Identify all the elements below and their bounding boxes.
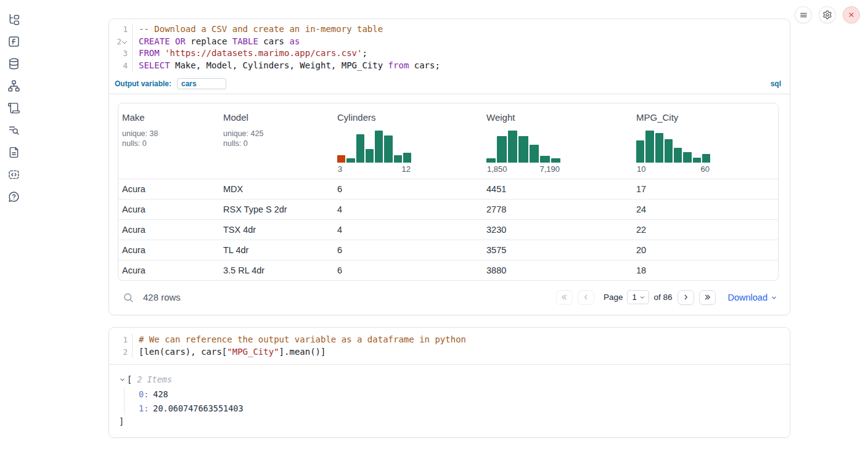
histogram-bar — [655, 133, 663, 163]
previous-page-button[interactable] — [578, 290, 594, 305]
tree-entry-value: 20.060747663551403 — [153, 403, 243, 413]
table-cell: Acura — [118, 265, 219, 275]
settings-button[interactable] — [819, 6, 836, 23]
dependency-graph-icon[interactable] — [7, 79, 20, 92]
datasources-icon[interactable] — [7, 57, 20, 70]
code-line[interactable]: 2[len(cars), cars["MPG_City"].mean()] — [109, 346, 790, 358]
column-histogram[interactable]: 1060 — [636, 131, 774, 174]
table-row: AcuraTSX 4dr4323022 — [118, 219, 778, 240]
chevrons-left-icon — [560, 293, 568, 301]
python-output: [ 2 Items 0:4281:20.060747663551403 ] — [109, 365, 790, 437]
table-cell: 6 — [334, 184, 483, 194]
page-total-label: of 86 — [653, 293, 672, 302]
histogram-bar — [346, 158, 354, 163]
histogram-bar — [486, 158, 496, 163]
axis-max-label: 12 — [402, 164, 411, 174]
sidebar — [0, 0, 27, 449]
code-line[interactable]: 3FROM 'https://datasets.marimo.app/cars.… — [109, 47, 790, 60]
table-cell: 17 — [633, 184, 778, 194]
histogram-bar — [702, 154, 710, 163]
code-token: cars — [258, 36, 290, 46]
code-text: -- Download a CSV and create an in-memor… — [133, 23, 383, 36]
fold-chevron-icon[interactable] — [122, 39, 128, 44]
documentation-icon[interactable] — [7, 146, 20, 159]
column-stat: unique: 38 — [122, 129, 216, 139]
help-icon[interactable] — [7, 190, 20, 203]
histogram-bar — [384, 136, 392, 163]
close-button[interactable] — [843, 6, 860, 23]
gear-icon — [822, 10, 832, 20]
code-line[interactable]: 1-- Download a CSV and create an in-memo… — [109, 23, 790, 36]
line-number-gutter: 2 — [109, 36, 133, 48]
python-cell: 1# We can reference the output variable … — [108, 327, 790, 438]
histogram-bar — [403, 153, 411, 163]
tree-entry-key: 0: — [139, 389, 149, 399]
output-variable-input[interactable] — [177, 78, 226, 89]
sql-code-editor[interactable]: 1-- Download a CSV and create an in-memo… — [109, 19, 790, 76]
axis-min-label: 3 — [338, 164, 342, 174]
menu-icon — [799, 10, 808, 20]
column-header-cylinders[interactable]: Cylinders312 — [334, 103, 483, 179]
code-token: FROM — [139, 48, 160, 58]
first-page-button[interactable] — [556, 290, 573, 305]
column-histogram[interactable]: 312 — [337, 131, 479, 174]
last-page-button[interactable] — [699, 290, 716, 305]
code-token: 'https://datasets.marimo.app/cars.csv' — [165, 48, 362, 58]
column-histogram[interactable]: 1,8507,190 — [486, 131, 629, 174]
column-header-weight[interactable]: Weight1,8507,190 — [483, 103, 633, 179]
histogram-bar — [693, 158, 701, 163]
python-code-editor[interactable]: 1# We can reference the output variable … — [109, 328, 790, 365]
table-cell: Acura — [118, 184, 219, 194]
search-icon[interactable] — [123, 292, 134, 303]
histogram-bar — [508, 131, 517, 163]
logs-icon[interactable] — [7, 124, 20, 137]
items-count-label: 2 Items — [137, 373, 172, 386]
code-token: [len(cars), cars[ — [139, 347, 227, 357]
tree-root: [ 2 Items — [119, 373, 780, 386]
column-header-make[interactable]: Makeunique: 38nulls: 0 — [118, 103, 219, 179]
chevron-down-icon[interactable] — [119, 376, 126, 383]
page-label: Page — [604, 293, 623, 302]
code-line[interactable]: 2CREATE OR replace TABLE cars as — [109, 36, 790, 48]
chevron-down-icon — [771, 294, 777, 301]
menu-button[interactable] — [795, 6, 812, 23]
file-tree-icon[interactable] — [7, 13, 20, 26]
histogram-bars — [486, 131, 560, 163]
table-body: AcuraMDX6445117AcuraRSX Type S 2dr427782… — [118, 179, 778, 280]
line-number-gutter: 2 — [109, 346, 133, 358]
line-number: 2 — [117, 36, 121, 48]
code-token — [160, 48, 165, 58]
histogram-bars — [337, 131, 411, 163]
variables-icon[interactable] — [7, 35, 20, 48]
scratchpad-icon[interactable] — [7, 102, 20, 115]
histogram-bar — [551, 158, 560, 163]
table-cell: TSX 4dr — [219, 225, 334, 235]
table-cell: 3880 — [483, 265, 633, 275]
chevron-right-icon — [682, 293, 690, 301]
download-label: Download — [728, 293, 768, 302]
tree-body: 0:4281:20.060747663551403 — [124, 387, 780, 415]
histogram-bar — [636, 140, 644, 162]
axis-max-label: 7,190 — [539, 164, 560, 174]
output-variable-label: Output variable: — [115, 79, 171, 88]
chevron-left-icon — [582, 293, 590, 301]
histogram-bar — [683, 152, 691, 163]
table-cell: 6 — [334, 265, 483, 275]
line-number-gutter: 1 — [109, 334, 133, 346]
pagination: Page 1 of 86 Download — [551, 290, 777, 305]
column-stat: unique: 425 — [223, 129, 330, 139]
chevrons-right-icon — [703, 293, 711, 301]
code-line[interactable]: 1# We can reference the output variable … — [109, 334, 790, 346]
column-header-mpg_city[interactable]: MPG_City1060 — [633, 103, 778, 179]
column-header-model[interactable]: Modelunique: 425nulls: 0 — [219, 103, 334, 179]
download-button[interactable]: Download — [728, 293, 778, 302]
snippets-icon[interactable] — [7, 168, 20, 181]
code-line[interactable]: 4SELECT Make, Model, Cylinders, Weight, … — [109, 60, 790, 72]
page-select[interactable]: 1 — [627, 290, 649, 304]
code-text: # We can reference the output variable a… — [133, 334, 466, 346]
close-bracket: ] — [119, 415, 780, 427]
line-number: 3 — [123, 47, 128, 60]
table-cell: MDX — [219, 184, 334, 194]
next-page-button[interactable] — [678, 290, 694, 305]
histogram-bar — [665, 139, 673, 162]
